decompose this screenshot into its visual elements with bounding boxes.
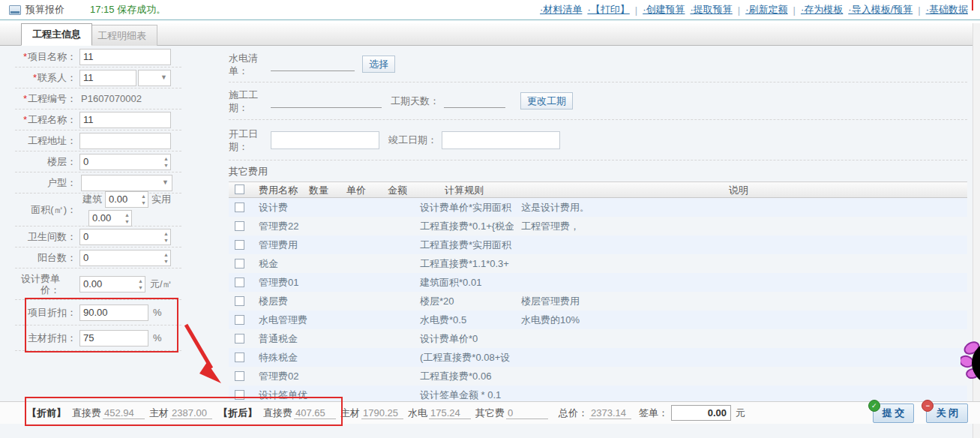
table-row[interactable]: 管理费22工程直接费*0.1+{税金}工程管理费， — [229, 217, 967, 236]
balconies-label: 阳台数： — [15, 252, 76, 263]
stepper-up-icon[interactable]: ▲ — [163, 252, 169, 257]
stepper-down-icon[interactable]: ▼ — [163, 259, 169, 264]
other-fee-value: 0 — [506, 407, 548, 419]
submit-button[interactable]: ✓ 提 交 — [873, 404, 915, 423]
stepper-down-icon[interactable]: ▼ — [138, 285, 143, 290]
required-mark: * — [33, 72, 37, 83]
row-checkbox[interactable] — [235, 278, 244, 287]
balconies-input[interactable] — [79, 250, 171, 266]
design-fee-unit: 元/㎡ — [150, 278, 172, 291]
form-row-material-discount: 主材折扣： % — [15, 326, 181, 351]
address-input[interactable] — [79, 133, 171, 149]
fee-note: 楼层管理费用 — [514, 295, 967, 308]
link-extract-budget[interactable]: ·提取预算 — [691, 3, 733, 16]
link-create-budget[interactable]: ·创建预算 — [643, 3, 685, 16]
table-row[interactable]: 管理费01建筑面积*0.01 — [229, 273, 967, 292]
eng-name-input[interactable] — [79, 112, 171, 128]
change-period-button[interactable]: 更改工期 — [520, 92, 573, 110]
form-row-construction-period: 施工工期： 工期天数： 更改工期 — [229, 82, 967, 120]
minus-icon: − — [922, 400, 934, 412]
stepper-up-icon[interactable]: ▲ — [124, 212, 130, 218]
row-checkbox[interactable] — [235, 371, 244, 381]
row-checkbox[interactable] — [235, 390, 244, 400]
form-row-area: 面积(㎡)： 建筑 ▲ ▼ 实用 ▲ ▼ — [15, 194, 181, 226]
row-checkbox[interactable] — [235, 202, 244, 212]
link-refresh-quota[interactable]: ·刷新定额 — [745, 3, 787, 16]
stepper-down-icon[interactable]: ▼ — [163, 163, 169, 168]
stepper-down-icon[interactable]: ▼ — [124, 219, 130, 224]
link-save-as-template[interactable]: ·存为模板 — [801, 3, 843, 16]
design-fee-input[interactable] — [79, 276, 145, 292]
sign-amount-input[interactable] — [671, 405, 731, 421]
material-discount-input[interactable] — [79, 330, 148, 346]
floor-stepper: ▲ ▼ — [79, 154, 171, 170]
page-title: 预算报价 — [25, 3, 64, 16]
table-row[interactable]: 税金工程直接费*1.1*0.3+ — [229, 254, 967, 273]
app-window-icon — [9, 5, 21, 15]
utility-list-field[interactable] — [271, 57, 355, 71]
link-base-data[interactable]: ·基础数据 — [926, 3, 968, 16]
col-header-qty: 数量 — [309, 184, 328, 197]
col-header-unit-price: 单价 — [346, 184, 366, 197]
table-row[interactable]: 水电管理费水电费*0.5水电费的10% — [229, 310, 967, 329]
row-checkbox[interactable] — [235, 240, 244, 250]
table-row[interactable]: 设计费设计费单价*实用面积这是设计费用。 — [229, 198, 967, 217]
save-status: 17:15 保存成功。 — [90, 3, 166, 16]
period-days-field[interactable] — [444, 94, 505, 108]
project-name-input[interactable] — [79, 49, 171, 65]
table-row[interactable]: 管理费用工程直接费*实用面积 — [229, 236, 967, 254]
material-label: 主材 — [149, 406, 169, 420]
table-row[interactable]: 普通税金设计费单价*0 — [229, 329, 967, 348]
area-building-stepper: ▲ ▼ — [105, 191, 148, 208]
scrollbar-track[interactable] — [973, 23, 980, 438]
end-date-input[interactable] — [442, 131, 560, 149]
row-checkbox[interactable] — [235, 334, 244, 344]
link-material-list[interactable]: ·材料清单 — [540, 3, 582, 16]
bathrooms-input[interactable] — [79, 229, 171, 245]
contact-select[interactable]: ▼ — [138, 70, 171, 86]
stepper-up-icon[interactable]: ▲ — [163, 231, 169, 236]
col-header-rule: 计算规则 — [445, 184, 484, 197]
select-all-checkbox[interactable] — [235, 184, 244, 194]
tab-main-info[interactable]: 工程主信息 — [21, 23, 92, 46]
construction-period-field[interactable] — [271, 94, 382, 108]
row-checkbox[interactable] — [235, 352, 244, 362]
fee-name: 管理费01 — [251, 276, 412, 290]
table-row[interactable]: 管理费02工程直接费*0.06 — [229, 367, 967, 386]
select-utility-button[interactable]: 选择 — [362, 56, 395, 73]
floor-input[interactable] — [79, 154, 171, 170]
fee-name: 管理费用 — [251, 238, 412, 252]
stepper-down-icon[interactable]: ▼ — [163, 238, 169, 243]
link-import-template[interactable]: ·导入模板/预算 — [848, 3, 913, 16]
contact-input[interactable] — [79, 70, 136, 86]
stepper-up-icon[interactable]: ▲ — [141, 194, 146, 199]
house-type-select[interactable]: ▼ — [81, 175, 172, 191]
bathrooms-stepper: ▲ ▼ — [79, 229, 171, 245]
link-print[interactable]: ·【打印】 — [587, 3, 629, 16]
stepper-up-icon[interactable]: ▲ — [163, 156, 169, 161]
start-date-input[interactable] — [271, 131, 379, 149]
row-checkbox[interactable] — [235, 315, 244, 325]
fee-rule: 水电费*0.5 — [412, 314, 514, 327]
balconies-stepper: ▲ ▼ — [79, 250, 171, 266]
close-button[interactable]: − 关 闭 — [926, 404, 968, 423]
fee-rule: 设计费单价*0 — [412, 332, 514, 346]
fee-rule: 设计签单金额 * 0.1 — [412, 388, 514, 402]
main-info-form-right: 水电清单： 选择 施工工期： 工期天数： 更改工期 开工日期： 竣工日期： 其它… — [229, 46, 967, 404]
form-row-design-fee: 设计费单价： ▲ ▼ 元/㎡ — [15, 268, 181, 300]
table-row[interactable]: 特殊税金(工程直接费*0.08+设 — [229, 348, 967, 367]
stepper-down-icon[interactable]: ▼ — [141, 200, 146, 206]
sign-label: 签单： — [639, 406, 668, 420]
stepper-up-icon[interactable]: ▲ — [138, 278, 143, 284]
row-checkbox[interactable] — [235, 221, 244, 231]
tab-detail-sheet[interactable]: 工程明细表 — [86, 25, 157, 46]
project-name-label: *项目名称： — [15, 51, 76, 62]
check-icon: ✓ — [868, 400, 880, 412]
project-discount-input[interactable] — [79, 304, 148, 321]
percent-unit: % — [153, 332, 162, 344]
row-checkbox[interactable] — [235, 259, 244, 268]
construction-period-label: 施工工期： — [229, 88, 265, 114]
fee-name: 管理费22 — [251, 220, 412, 233]
row-checkbox[interactable] — [235, 296, 244, 306]
table-row[interactable]: 楼层费楼层*20楼层管理费用 — [229, 292, 967, 310]
